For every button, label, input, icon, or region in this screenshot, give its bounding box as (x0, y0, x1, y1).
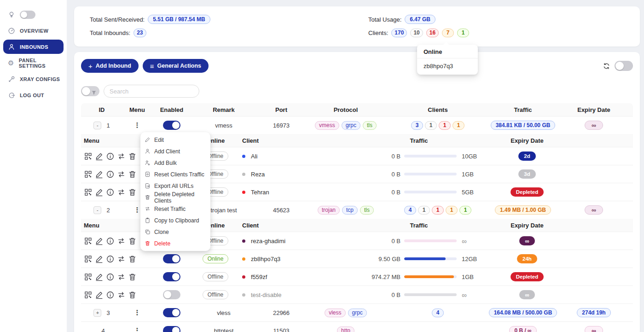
collapse-button[interactable]: - (93, 206, 101, 214)
collapse-button[interactable]: - (93, 122, 101, 129)
client-count-badge[interactable]: 4 (432, 309, 444, 317)
client-enabled-toggle[interactable] (163, 272, 180, 281)
client-count-badge[interactable]: 1 (418, 206, 430, 215)
clients-deactive-badge[interactable]: 10 (410, 29, 423, 37)
reset-traffic-icon[interactable] (117, 273, 126, 281)
sidebar-item-inbounds[interactable]: INBOUNDS (3, 40, 64, 54)
auto-refresh-toggle[interactable] (615, 61, 633, 71)
client-count-badge[interactable]: 3 (411, 121, 423, 130)
inbound-id: 2 (106, 207, 110, 214)
row-menu-trigger[interactable]: ⋮ (134, 326, 141, 332)
edit-icon[interactable] (95, 170, 104, 179)
qr-code-icon[interactable] (84, 188, 93, 197)
info-icon[interactable] (106, 188, 115, 197)
info-icon[interactable] (106, 255, 115, 263)
qr-code-icon[interactable] (84, 237, 93, 245)
clients-depleted-badge[interactable]: 16 (426, 29, 439, 37)
enabled-toggle[interactable] (163, 308, 180, 317)
delete-icon[interactable] (128, 255, 137, 263)
enabled-toggle[interactable] (163, 121, 180, 130)
info-icon[interactable] (106, 291, 115, 299)
client-count-badge[interactable]: 1 (459, 206, 471, 215)
qr-code-icon[interactable] (84, 291, 93, 299)
client-count-badge[interactable]: 1 (439, 121, 451, 130)
sidebar-item-xray-configs[interactable]: XRAY CONFIGS (0, 71, 67, 87)
client-count-badge[interactable]: 1 (453, 121, 464, 130)
inbound-id: 3 (106, 309, 110, 316)
reset-traffic-icon[interactable] (117, 291, 126, 299)
qr-code-icon[interactable] (84, 170, 93, 179)
client-count-badge[interactable]: 4 (404, 206, 416, 215)
stat-total-inbounds: Total Inbounds: 23 (90, 28, 368, 38)
client-enabled-toggle[interactable] (163, 254, 180, 263)
edit-icon[interactable] (95, 273, 104, 281)
toolbar: + Add Inbound ≡ General Actions (81, 59, 633, 73)
edit-icon[interactable] (95, 255, 104, 263)
clients-online-badge[interactable]: 1 (457, 29, 469, 37)
delete-icon[interactable] (128, 170, 137, 179)
edit-icon[interactable] (95, 291, 104, 299)
stat-label: Clients: (368, 29, 388, 36)
menu-item-reset-traffic[interactable]: Reset Traffic (140, 203, 210, 215)
logout-icon (8, 92, 15, 99)
client-count-badge[interactable]: 1 (446, 206, 458, 215)
delete-icon[interactable] (128, 188, 137, 197)
filter-toggle[interactable] (81, 86, 99, 96)
qr-code-icon[interactable] (84, 152, 93, 161)
reset-traffic-icon[interactable] (117, 188, 126, 197)
reset-traffic-icon[interactable] (117, 255, 126, 263)
menu-item-edit[interactable]: Edit (140, 134, 210, 146)
client-count-badge[interactable]: 1 (432, 206, 444, 215)
online-status: Online (203, 254, 229, 263)
sidebar-item-panel-settings[interactable]: ⚙ PANEL SETTINGS (0, 55, 67, 71)
protocol-tag: http (337, 326, 354, 332)
client-traffic: 0 B 5GB (350, 183, 488, 201)
refresh-icon[interactable] (603, 62, 610, 70)
reset-traffic-icon[interactable] (117, 152, 126, 161)
clients-expiring-badge[interactable]: 7 (442, 29, 454, 37)
dark-mode-toggle[interactable] (20, 11, 35, 19)
search-input[interactable] (104, 85, 199, 98)
gear-icon: ⚙ (8, 59, 14, 66)
delete-icon[interactable] (128, 291, 137, 299)
online-clients-popover: Online zb8hpo7q3 (417, 45, 478, 75)
edit-icon[interactable] (95, 237, 104, 245)
client-enabled-toggle[interactable] (163, 290, 180, 299)
menu-item-clone[interactable]: Clone (140, 226, 210, 238)
client-dot (242, 239, 245, 243)
general-actions-button[interactable]: ≡ General Actions (143, 59, 209, 73)
row-menu-trigger[interactable]: ⋮ (134, 121, 141, 129)
delete-icon[interactable] (128, 237, 137, 245)
menu-item-delete[interactable]: Delete (140, 238, 210, 249)
clients-total-badge[interactable]: 170 (391, 29, 407, 37)
inbound-id: 4 (101, 327, 104, 332)
edit-icon[interactable] (95, 152, 104, 161)
reset-traffic-icon[interactable] (117, 237, 126, 245)
qr-code-icon[interactable] (84, 255, 93, 263)
info-icon[interactable] (106, 237, 115, 245)
client-count-badge[interactable]: 1 (425, 121, 437, 130)
row-menu-trigger[interactable]: ⋮ (134, 309, 141, 317)
sidebar-item-overview[interactable]: OVERVIEW (0, 23, 67, 39)
sidebar-item-log-out[interactable]: LOG OUT (0, 87, 67, 103)
delete-icon[interactable] (128, 152, 137, 161)
expand-button[interactable]: + (93, 309, 101, 317)
edit-icon[interactable] (95, 188, 104, 197)
menu-item-export-all-urls[interactable]: Export All URLs (140, 180, 210, 192)
menu-item-delete-depleted-clients[interactable]: Delete Depleted Clients (140, 192, 210, 203)
enabled-toggle[interactable] (163, 326, 180, 332)
client-row-test-disable: Offline test-disable 0 B ∞ ∞ (81, 285, 633, 303)
add-inbound-button[interactable]: + Add Inbound (81, 59, 139, 73)
reset-traffic-icon[interactable] (117, 170, 126, 179)
info-icon[interactable] (106, 170, 115, 179)
menu-item-reset-clients-traffic[interactable]: Reset Clients Traffic (140, 169, 210, 180)
info-icon[interactable] (106, 152, 115, 161)
delete-icon[interactable] (128, 273, 137, 281)
menu-item-add-bulk[interactable]: Add Bulk (140, 157, 210, 169)
menu-item-add-client[interactable]: Add Client (140, 146, 210, 157)
row-menu-trigger[interactable]: ⋮ (134, 206, 141, 214)
qr-code-icon[interactable] (84, 273, 93, 281)
menu-item-copy-to-clipboard[interactable]: Copy to Clipboard (140, 215, 210, 226)
info-icon[interactable] (106, 273, 115, 281)
clients-cell: 4 1 1 1 1 (385, 201, 491, 219)
